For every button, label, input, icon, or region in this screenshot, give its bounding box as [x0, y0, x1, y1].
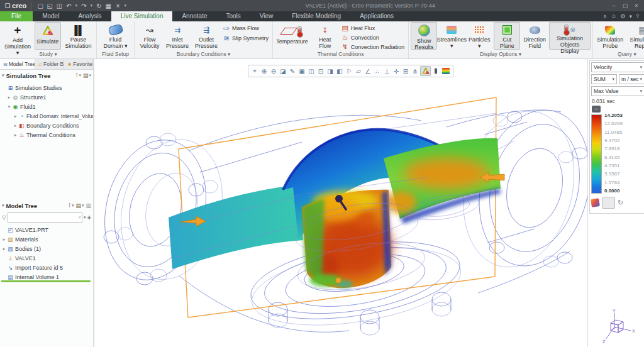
collapse-caret-icon[interactable]: ▾	[2, 203, 4, 208]
tab-flexible-modeling[interactable]: Flexible Modeling	[282, 11, 350, 21]
caret-icon[interactable]: ▾	[89, 73, 91, 78]
redo-caret-icon[interactable]: ▾	[89, 3, 94, 8]
spin-center-icon[interactable]: ✛	[392, 68, 401, 75]
zoom-out-icon[interactable]: ⊖	[269, 68, 278, 75]
new-file-icon[interactable]: ▢	[36, 3, 45, 9]
group-label-display-options[interactable]: Display Options ▾	[410, 50, 591, 58]
streamlines-button[interactable]: Streamlines ▾	[438, 22, 465, 50]
tree-item-boundary-conditions[interactable]: ▸ ◧ Boundary Conditions	[1, 121, 93, 130]
tree-item-import-feature[interactable]: ↘ Import Feature id 5	[1, 263, 93, 272]
simulate-toggle-icon[interactable]	[420, 66, 431, 76]
datum-planes-icon[interactable]: ▱	[354, 68, 363, 75]
caret-icon[interactable]: ▾	[79, 73, 81, 78]
windows-icon[interactable]: ▦	[104, 3, 113, 9]
inlet-pressure-button[interactable]: ⇉ Inlet Pressure	[164, 22, 191, 50]
tree-filter-icon[interactable]: ⊺	[75, 72, 79, 79]
expand-arrow-icon[interactable]: ▾	[6, 104, 12, 109]
tree-item-simulation-studies[interactable]: ⊞ Simulation Studies	[1, 83, 93, 92]
mass-flow-button[interactable]: ⇨ Mass Flow	[223, 24, 269, 33]
legend-display-button[interactable]	[602, 197, 615, 209]
expand-arrow-icon[interactable]: ▸	[13, 123, 18, 128]
tab-applications[interactable]: Applications	[350, 11, 403, 21]
simulate-button[interactable]: Simulate	[35, 22, 61, 50]
show-results-button[interactable]: Show Results	[411, 22, 437, 50]
units-select[interactable]: m / sec ▾	[619, 74, 644, 84]
clear-filter-icon[interactable]: ×	[78, 213, 81, 221]
tree-item-valve1-prt[interactable]: ◰ VALVE1.PRT	[1, 225, 93, 234]
expand-arrow-icon[interactable]: ▸	[13, 114, 18, 119]
zoom-fit-icon[interactable]: ⌖	[250, 67, 259, 75]
tab-analysis[interactable]: Analysis	[69, 11, 111, 21]
group-label-study[interactable]: Study ▾	[1, 50, 95, 58]
direction-field-button[interactable]: Direction Field	[521, 22, 548, 50]
customize-caret-icon[interactable]: ▾	[123, 3, 128, 8]
close-button[interactable]: ×	[631, 3, 641, 9]
refit-icon[interactable]: ◪	[279, 68, 287, 75]
result-quantity-select[interactable]: Velocity ▾	[591, 62, 644, 72]
datum-points-icon[interactable]: ∴	[373, 68, 382, 75]
regenerate-icon[interactable]: ↻	[94, 3, 103, 9]
cut-plane-button[interactable]: Cut Plane	[494, 22, 520, 50]
tree-item-thermal-conditions[interactable]: ▸ ♨ Thermal Conditions	[1, 130, 93, 140]
tab-file[interactable]: File	[0, 11, 33, 21]
simulation-objects-display-button[interactable]: ◎ Simulation Objects Display	[549, 22, 591, 50]
datum-csys-icon[interactable]: ⊥	[382, 68, 391, 75]
save-icon[interactable]: ◫	[55, 3, 64, 9]
expand-arrow-icon[interactable]: ▸	[1, 237, 7, 242]
open-file-icon[interactable]: ◱	[45, 3, 54, 9]
tab-annotate[interactable]: Annotate	[172, 11, 216, 21]
expand-arrow-icon[interactable]: ▸	[13, 133, 18, 138]
heat-flux-button[interactable]: ▤ Heat Flux	[341, 24, 405, 32]
graphics-area[interactable]: ⌖ ⊕ ⊖ ◪ ✎ ▣ ◫ ⊡ ◨ ◧ ⚐ ▱ ∠ ∴ ⊥ ✛ ⊞ ⋔	[94, 59, 587, 347]
tab-folder-browser[interactable]: ▱ Folder B	[35, 59, 64, 69]
slip-symmetry-button[interactable]: ≋ Slip Symmetry	[223, 34, 269, 43]
temperature-button[interactable]: Temperature	[275, 22, 309, 50]
expand-arrow-icon[interactable]: ▸	[6, 95, 12, 100]
cut-plane-probe-icon[interactable]	[591, 198, 600, 207]
tab-favorites[interactable]: ★ Favorite	[64, 59, 93, 69]
tab-model-tree[interactable]: ⊟ Model Tree	[0, 59, 35, 69]
tree-item-structure1[interactable]: ▸ ◍ Structure1	[1, 92, 93, 102]
flow-velocity-button[interactable]: ↝ Flow Velocity	[136, 22, 163, 50]
caret-icon[interactable]: ▾	[82, 203, 84, 208]
heat-flow-button[interactable]: ↧ Heat Flow	[311, 22, 340, 50]
redo-icon[interactable]: ↷	[79, 3, 88, 9]
collapse-caret-icon[interactable]: ▾	[2, 73, 4, 78]
named-views-icon[interactable]: ▣	[297, 68, 306, 75]
expand-arrow-icon[interactable]: ▸	[1, 246, 7, 251]
annotations-icon[interactable]: ⚐	[345, 68, 353, 75]
tree-item-fluid1[interactable]: ▾ ◉ Fluid1	[1, 102, 93, 111]
gear-icon[interactable]: ⚙	[620, 13, 625, 19]
tree-filter-icon[interactable]: ⊺	[68, 202, 71, 209]
tree-item-fluid-domain[interactable]: ▸ ◔ Fluid Domain: Internal_Volume_1	[1, 111, 93, 121]
tab-view[interactable]: View	[250, 11, 283, 21]
pause-toggle-icon[interactable]: Ⅱ	[431, 68, 440, 75]
display-tree-icon[interactable]: ⊞	[401, 68, 410, 75]
group-label-boundary-conditions[interactable]: Boundary Conditions ▾	[136, 50, 271, 58]
tree-item-bodies[interactable]: ▸ ▧ Bodies (1)	[1, 244, 93, 253]
minimize-ribbon-icon[interactable]: ∧	[603, 13, 608, 19]
undo-icon[interactable]: ↶	[64, 3, 73, 9]
help-icon[interactable]: ?	[636, 13, 639, 19]
particles-button[interactable]: Particles ▾	[466, 22, 492, 50]
tree-columns-icon[interactable]: ▤	[83, 72, 89, 79]
group-label-query[interactable]: Query ▾	[594, 50, 644, 58]
appearance-icon[interactable]: ✎	[288, 68, 297, 75]
undo-caret-icon[interactable]: ▾	[74, 3, 79, 8]
tree-columns-icon[interactable]: ▤	[75, 202, 81, 209]
view-manager-icon[interactable]: ◫	[307, 68, 316, 75]
restore-button[interactable]: ▢	[620, 3, 630, 9]
datum-axes-icon[interactable]: ∠	[364, 68, 372, 75]
close-window-icon[interactable]: ×	[113, 3, 122, 9]
user-icon[interactable]: ☺	[611, 13, 616, 19]
tree-item-materials[interactable]: ▸ ▥ Materials	[1, 234, 93, 244]
collapse-legend-button[interactable]: –	[592, 106, 601, 113]
tree-item-valve1-csys[interactable]: ⊥ VALVE1	[1, 253, 93, 263]
component-select[interactable]: SUM ▾	[591, 74, 617, 84]
display-style-icon[interactable]: ◨	[326, 68, 335, 75]
outlet-pressure-button[interactable]: ⇶ Outlet Pressure	[192, 22, 221, 50]
triad-toggle-icon[interactable]: ⋔	[411, 68, 419, 75]
tab-model[interactable]: Model	[33, 11, 69, 21]
caret-icon[interactable]: ▾	[72, 203, 74, 208]
add-simulation-button[interactable]: + Add Simulation ▾	[2, 22, 33, 50]
